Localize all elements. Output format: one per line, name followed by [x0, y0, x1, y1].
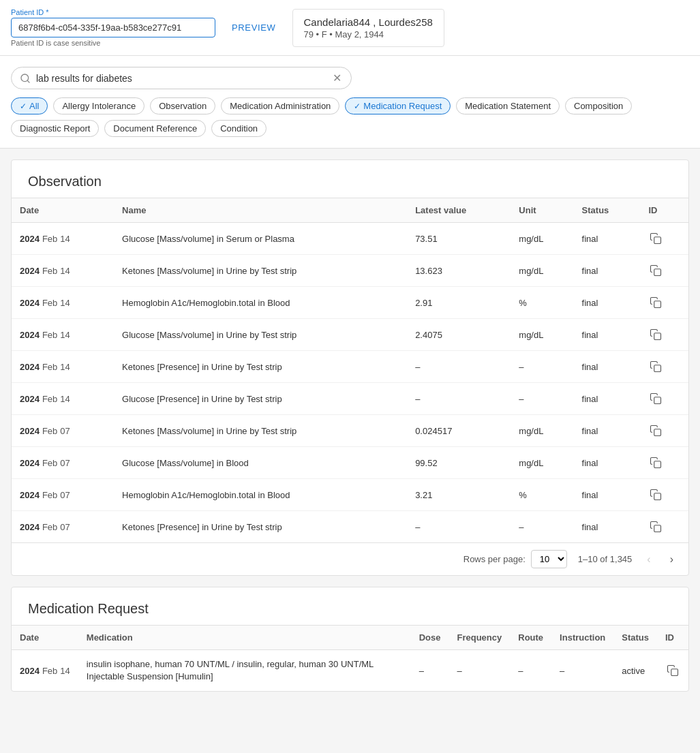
filter-chip-document-reference[interactable]: Document Reference [104, 120, 206, 137]
med-col-medication: Medication [78, 626, 411, 650]
patient-card: Candelaria844 , Lourdes258 79 • F • May … [292, 9, 444, 47]
date-day: 07 [60, 522, 70, 532]
clear-search-button[interactable]: ✕ [331, 72, 343, 84]
date-month: Feb [42, 330, 57, 340]
search-input[interactable] [36, 73, 331, 84]
patient-id-label: Patient ID * [11, 8, 215, 16]
patient-name: Candelaria844 , Lourdes258 [304, 16, 433, 28]
filter-chip-composition[interactable]: Composition [565, 97, 632, 114]
copy-id-button[interactable] [648, 391, 663, 406]
date-month: Feb [42, 394, 57, 404]
table-row: 2024 Feb 14 insulin isophane, human 70 U… [12, 650, 688, 692]
med-frequency: – [449, 650, 511, 692]
copy-icon [650, 296, 662, 309]
obs-value: 0.024517 [407, 415, 511, 447]
copy-id-button[interactable] [648, 359, 663, 374]
observation-header-row: DateNameLatest valueUnitStatusID [12, 198, 688, 223]
copy-icon [650, 425, 662, 437]
copy-id-button[interactable] [665, 663, 680, 678]
copy-id-button[interactable] [648, 423, 663, 438]
filter-chip-condition[interactable]: Condition [211, 120, 267, 137]
copy-id-button[interactable] [648, 263, 663, 278]
next-page-button[interactable]: › [666, 551, 678, 568]
copy-id-button[interactable] [648, 295, 663, 310]
obs-name: Ketones [Presence] in Urine by Test stri… [114, 351, 407, 383]
date-day: 14 [60, 234, 70, 244]
filter-chip-all[interactable]: ✓ All [11, 97, 48, 114]
date-year: 2024 [20, 666, 40, 676]
filter-chip-allergy-intolerance[interactable]: Allergy Intolerance [53, 97, 144, 114]
med-col-route: Route [510, 626, 551, 650]
date-month: Feb [42, 362, 57, 372]
check-icon: ✓ [354, 102, 361, 111]
svg-rect-9 [654, 461, 661, 468]
obs-date: 2024 Feb 14 [12, 383, 114, 415]
date-year: 2024 [20, 458, 40, 468]
observation-table: DateNameLatest valueUnitStatusID 2024 Fe… [12, 198, 688, 542]
search-section: ✕ ✓ AllAllergy IntoleranceObservationMed… [0, 56, 700, 149]
medication-request-table: DateMedicationDoseFrequencyRouteInstruct… [12, 625, 688, 691]
med-date: 2024 Feb 14 [12, 650, 78, 692]
copy-id-button[interactable] [648, 455, 663, 470]
svg-rect-6 [654, 365, 661, 372]
date-year: 2024 [20, 490, 40, 500]
prev-page-button[interactable]: ‹ [643, 551, 654, 568]
obs-unit: – [511, 511, 573, 543]
svg-rect-7 [654, 397, 661, 404]
svg-rect-10 [654, 493, 661, 500]
date-year: 2024 [20, 330, 40, 340]
date-day: 14 [60, 266, 70, 276]
obs-id [640, 383, 688, 415]
copy-icon [650, 489, 662, 501]
obs-name: Glucose [Mass/volume] in Serum or Plasma [114, 223, 407, 255]
date-day: 14 [60, 298, 70, 308]
obs-status: final [574, 511, 641, 543]
svg-rect-3 [654, 269, 661, 276]
date-year: 2024 [20, 266, 40, 276]
filter-chip-medication-statement[interactable]: Medication Statement [456, 97, 560, 114]
preview-button[interactable]: PREVIEW [226, 20, 281, 35]
patient-id-hint: Patient ID is case sensitive [11, 39, 215, 47]
table-row: 2024 Feb 14 Glucose [Presence] in Urine … [12, 383, 688, 415]
svg-rect-12 [671, 669, 678, 676]
copy-id-button[interactable] [648, 327, 663, 342]
copy-id-button[interactable] [648, 231, 663, 246]
patient-id-input[interactable] [11, 18, 215, 37]
obs-col-unit: Unit [511, 198, 573, 223]
date-day: 14 [60, 666, 70, 676]
obs-id [640, 479, 688, 511]
table-row: 2024 Feb 07 Glucose [Mass/volume] in Blo… [12, 447, 688, 479]
obs-name: Ketones [Mass/volume] in Urine by Test s… [114, 255, 407, 287]
rows-per-page-select[interactable]: 10 25 50 [531, 550, 567, 568]
obs-col-name: Name [114, 198, 407, 223]
obs-name: Glucose [Mass/volume] in Blood [114, 447, 407, 479]
copy-id-button[interactable] [648, 487, 663, 502]
date-month: Feb [42, 266, 57, 276]
obs-value: 2.91 [407, 287, 511, 319]
med-req-header-row: DateMedicationDoseFrequencyRouteInstruct… [12, 626, 688, 650]
date-day: 07 [60, 490, 70, 500]
copy-id-button[interactable] [648, 519, 663, 534]
obs-status: final [574, 223, 641, 255]
medication-request-title: Medication Request [12, 587, 688, 625]
obs-col-status: Status [574, 198, 641, 223]
svg-rect-11 [654, 525, 661, 532]
obs-date: 2024 Feb 14 [12, 351, 114, 383]
observation-section: Observation DateNameLatest valueUnitStat… [11, 159, 689, 576]
filter-chip-medication-request[interactable]: ✓ Medication Request [345, 97, 451, 114]
obs-id [640, 447, 688, 479]
filter-chip-medication-administration[interactable]: Medication Administration [221, 97, 339, 114]
svg-rect-8 [654, 429, 661, 436]
date-year: 2024 [20, 234, 40, 244]
filter-chip-observation[interactable]: Observation [150, 97, 215, 114]
svg-rect-5 [654, 333, 661, 340]
date-year: 2024 [20, 426, 40, 436]
date-day: 07 [60, 458, 70, 468]
obs-status: final [574, 287, 641, 319]
med-route: – [510, 650, 551, 692]
date-day: 14 [60, 330, 70, 340]
filter-chip-diagnostic-report[interactable]: Diagnostic Report [11, 120, 99, 137]
observation-body: 2024 Feb 14 Glucose [Mass/volume] in Ser… [12, 223, 688, 543]
date-day: 07 [60, 426, 70, 436]
obs-name: Glucose [Mass/volume] in Urine by Test s… [114, 319, 407, 351]
